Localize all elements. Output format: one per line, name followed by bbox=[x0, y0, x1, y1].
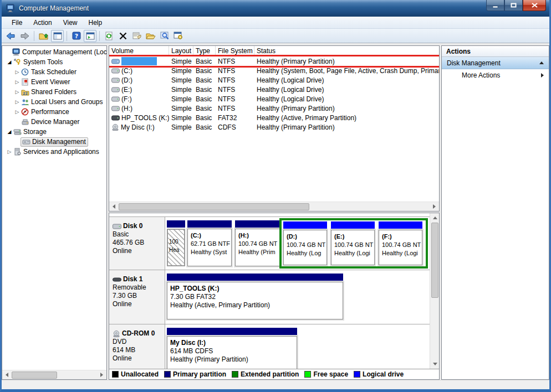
partition-d[interactable]: (D:) 100.74 GB NT Healthy (Log bbox=[283, 221, 327, 265]
scroll-up-button[interactable] bbox=[430, 213, 440, 223]
collapsed-arrow-icon: ▷ bbox=[14, 89, 21, 95]
table-row[interactable]: (E:) Simple Basic NTFS Healthy (Logical … bbox=[109, 85, 439, 94]
tree-item-performance[interactable]: ▷ Performance bbox=[2, 107, 106, 117]
tree-item-local-users-and-groups[interactable]: ▷ Local Users and Groups bbox=[2, 97, 106, 107]
tree-horizontal-scrollbar[interactable] bbox=[2, 370, 106, 379]
show-console-tree-icon[interactable] bbox=[51, 30, 64, 42]
scroll-left-button[interactable] bbox=[109, 202, 119, 212]
tree-item-task-scheduler[interactable]: ▷ Task Scheduler bbox=[2, 67, 106, 77]
column-header-layout[interactable]: Layout bbox=[169, 46, 193, 56]
partition-c[interactable]: (C:) 62.71 GB NTF Healthy (Syst bbox=[187, 220, 232, 266]
table-row-selected-volume[interactable]: Simple Basic NTFS Healthy (Primary Parti… bbox=[109, 56, 439, 66]
partition-my-disc[interactable]: My Disc (I:) 614 MB CDFS Healthy (Primar… bbox=[167, 328, 297, 374]
table-row[interactable]: My Disc (I:) Simple Basic CDFS Healthy (… bbox=[109, 122, 439, 132]
content-area: ▷ Computer Management (Local) ◢ System T… bbox=[2, 43, 549, 380]
app-icon bbox=[6, 4, 15, 13]
device-manager-icon bbox=[21, 118, 29, 126]
delete-icon[interactable] bbox=[116, 30, 129, 42]
users-icon bbox=[21, 99, 29, 106]
maximize-button[interactable] bbox=[504, 0, 523, 11]
column-header-type[interactable]: Type bbox=[193, 46, 216, 56]
table-row[interactable]: (F:) Simple Basic NTFS Healthy (Logical … bbox=[109, 94, 439, 104]
table-row[interactable]: (D:) Simple Basic NTFS Healthy (Logical … bbox=[109, 75, 439, 85]
disk-status: Online bbox=[113, 354, 161, 363]
task-scheduler-icon bbox=[21, 68, 29, 76]
legend-item-free-space: Free space bbox=[304, 370, 348, 378]
tree-item-shared-folders[interactable]: ▷ 22 Shared Folders bbox=[2, 87, 106, 97]
scroll-right-button[interactable] bbox=[97, 370, 106, 380]
menu-view[interactable]: View bbox=[58, 17, 83, 28]
toolbar-separator bbox=[34, 31, 34, 41]
column-header-status[interactable]: Status bbox=[254, 46, 439, 56]
forward-icon[interactable] bbox=[18, 30, 31, 42]
properties-icon[interactable] bbox=[130, 30, 143, 42]
close-button[interactable] bbox=[523, 0, 546, 11]
table-row[interactable]: (C:) Simple Basic NTFS Healthy (System, … bbox=[109, 66, 439, 75]
column-header-file-system[interactable]: File System bbox=[216, 46, 254, 56]
drive-icon bbox=[111, 96, 120, 102]
primary-partition-bar bbox=[235, 220, 280, 228]
actions-header: Actions bbox=[442, 46, 549, 57]
partition-f[interactable]: (F:) 100.74 GB NT Healthy (Logi bbox=[379, 221, 422, 265]
tree-item-services-and-applications[interactable]: ▷ Services and Applications bbox=[2, 147, 106, 157]
toolbar-separator bbox=[99, 31, 100, 41]
actions-section-disk-management[interactable]: Disk Management bbox=[442, 57, 549, 69]
primary-partition-bar bbox=[167, 220, 185, 228]
partition-hp-tools[interactable]: HP_TOOLS (K:) 7.30 GB FAT32 Healthy (Act… bbox=[167, 274, 343, 319]
scrollbar-thumb[interactable] bbox=[431, 223, 438, 298]
volume-name-selection[interactable] bbox=[121, 57, 157, 65]
table-row[interactable]: (H:) Simple Basic NTFS Healthy (Primary … bbox=[109, 104, 439, 113]
primary-partition-bar bbox=[187, 220, 232, 228]
show-action-pane-icon[interactable] bbox=[84, 30, 96, 42]
storage-icon bbox=[13, 128, 22, 136]
scrollbar-thumb[interactable] bbox=[119, 203, 309, 210]
table-row[interactable]: HP_TOOLS (K:) Simple Basic FAT32 Healthy… bbox=[109, 113, 439, 122]
toolbar: ? bbox=[2, 29, 549, 43]
tree-item-storage[interactable]: ◢ Storage bbox=[2, 127, 106, 137]
minimize-button[interactable] bbox=[486, 0, 504, 11]
svg-text:22: 22 bbox=[22, 91, 27, 96]
tree-item-computer-management[interactable]: ▷ Computer Management (Local) bbox=[2, 47, 106, 57]
tree-item-device-manager[interactable]: ▷ Device Manager bbox=[2, 117, 106, 127]
disk-0-label[interactable]: Disk 0 Basic 465.76 GB Online bbox=[109, 217, 165, 270]
tree-item-event-viewer[interactable]: ▷ Event Viewer bbox=[2, 77, 106, 87]
expanded-arrow-icon: ◢ bbox=[6, 129, 13, 135]
scroll-left-button[interactable] bbox=[2, 370, 12, 380]
logical-drive-swatch bbox=[354, 371, 360, 378]
disk-management-view: Volume Layout Type File System Status Si… bbox=[109, 45, 440, 380]
tree-item-disk-management[interactable]: ▷ Disk Management bbox=[2, 137, 106, 147]
title-bar[interactable]: Computer Management bbox=[2, 0, 549, 17]
column-header-volume[interactable]: Volume bbox=[109, 46, 169, 56]
submenu-arrow-icon bbox=[541, 73, 544, 78]
tree-item-system-tools[interactable]: ◢ System Tools bbox=[2, 57, 106, 67]
menu-help[interactable]: Help bbox=[83, 17, 108, 28]
collapse-icon[interactable] bbox=[539, 61, 544, 64]
scrollbar-thumb[interactable] bbox=[12, 372, 57, 379]
search-icon[interactable] bbox=[158, 30, 171, 42]
settings-icon[interactable] bbox=[172, 30, 185, 42]
drive-icon bbox=[111, 59, 120, 64]
volume-list-header: Volume Layout Type File System Status bbox=[109, 46, 439, 56]
up-one-level-icon[interactable] bbox=[37, 30, 50, 42]
open-folder-icon[interactable] bbox=[144, 30, 157, 42]
logical-drive-bar bbox=[331, 221, 375, 229]
more-actions-item[interactable]: More Actions bbox=[442, 69, 549, 81]
legend-item-extended: Extended partition bbox=[232, 370, 299, 378]
disk-type: Removable bbox=[113, 283, 161, 292]
status-bar bbox=[2, 380, 549, 389]
partition-system-reserved[interactable]: 100 Hea bbox=[167, 220, 185, 266]
menu-action[interactable]: Action bbox=[28, 17, 57, 28]
disk-1-partitions: HP_TOOLS (K:) 7.30 GB FAT32 Healthy (Act… bbox=[165, 270, 439, 324]
back-icon[interactable] bbox=[4, 30, 17, 42]
partition-e[interactable]: (E:) 100.74 GB NT Healthy (Logi bbox=[331, 221, 375, 265]
disk-1-label[interactable]: Disk 1 Removable 7.30 GB Online bbox=[109, 270, 165, 324]
graphical-view-vertical-scrollbar[interactable] bbox=[430, 213, 439, 369]
partition-h[interactable]: (H:) 100.74 GB NT Healthy (Prim bbox=[235, 220, 280, 266]
scroll-down-button[interactable] bbox=[430, 359, 440, 369]
volume-list-horizontal-scrollbar[interactable] bbox=[109, 202, 439, 211]
menu-file[interactable]: File bbox=[6, 17, 28, 28]
help-icon[interactable]: ? bbox=[70, 30, 83, 42]
scroll-right-button[interactable] bbox=[430, 202, 439, 212]
computer-management-window: Computer Management File Action View Hel… bbox=[0, 0, 551, 392]
refresh-icon[interactable] bbox=[103, 30, 115, 42]
